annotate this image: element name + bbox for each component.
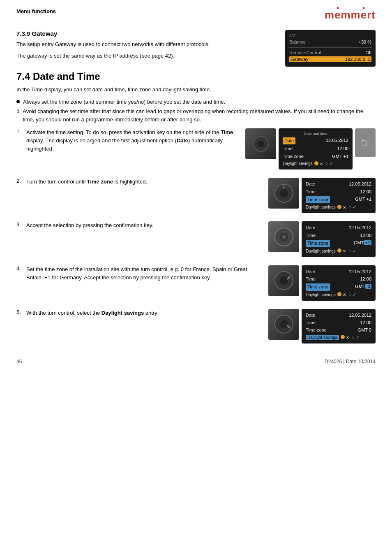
step-4-ds-label: Daylight savings (306, 292, 336, 297)
svg-point-1 (258, 141, 264, 147)
balance-label: Balance (289, 39, 306, 44)
step-3-ds-circle (337, 248, 341, 253)
step-4-text: Set the time zone of the installation si… (26, 265, 264, 282)
step-1-tz-label: Time zone (283, 153, 304, 160)
step-4-ds-icon: ✕ (337, 292, 346, 297)
step-3-ds-icon: ✕ (337, 248, 346, 253)
step-1: 1. Activate the time setting. To do so, … (16, 128, 376, 169)
step-5-row-tz: Time zone GMT 0 (306, 327, 371, 333)
step-1-row-ds: Daylight savings ✕ ○ ✓ (283, 161, 348, 166)
step-3-row-time: Time 12:00 (306, 232, 371, 239)
svg-point-7 (282, 235, 286, 239)
step-2-time-val: 12:00 (360, 189, 371, 195)
bullet-number-2: 1 (16, 107, 19, 116)
step-5-time-label: Time (306, 320, 316, 326)
step-2-time-label: Time (306, 189, 316, 195)
step-5-date-label: Date (306, 312, 315, 318)
step-4-tz-label: Time zone (306, 283, 330, 290)
step-1-device-img (245, 128, 276, 159)
footer-doc: D24026 | Date 10/2014 (325, 359, 376, 364)
gateway-para2: The gateway is set the same way as the I… (16, 52, 277, 60)
gateway-val: 192.168.5 .1 (345, 57, 370, 62)
step-4-row-tz: Time zone GMT 0 (306, 283, 371, 290)
step-3-time-label: Time (306, 232, 316, 239)
section-74-intro: In the Time display, you can set date an… (16, 86, 376, 94)
step-5-time-val: 12:00 (360, 320, 371, 326)
step-1-time-val: 12:00 (337, 146, 348, 152)
bullet-text-1: Always set the time zone (and summer tim… (23, 98, 225, 106)
remote-val: Off (366, 50, 371, 55)
step-3-image: Date 12.05.2012 Time 12:00 Time zone GMT… (268, 221, 376, 257)
step-3-knob-press (268, 221, 299, 252)
svg-point-3 (280, 189, 288, 197)
step-1-number: 1. (16, 128, 26, 135)
step-5-ds-icon: ✕ (341, 335, 349, 340)
step-4-display: Date 12.05.2012 Time 12:00 Time zone GMT… (302, 265, 376, 301)
step-4-time-val: 12:00 (360, 276, 371, 282)
step-2-date-val: 12.05.2012 (349, 181, 371, 187)
svg-point-9 (280, 276, 288, 285)
step-5-row-date: Date 12.05.2012 (306, 312, 371, 318)
section-74-heading: 7.4 Date and Time (16, 71, 376, 82)
step-4-knob (268, 265, 299, 296)
step-3-time-val: 12:00 (360, 232, 371, 239)
svg-point-12 (280, 320, 288, 328)
step-2-row-date: Date 12.05.2012 (306, 181, 371, 187)
step-5-image: Date 12.05.2012 Time 12:00 Time zone GMT… (268, 309, 376, 343)
step-2-date-label: Date (306, 181, 315, 187)
step-5-display: Date 12.05.2012 Time 12:00 Time zone GMT… (302, 309, 376, 343)
step-1-row-tz: Time zone GMT +1 (283, 153, 348, 160)
step-4-row-ds: Daylight savings ✕ ○ ✓ (306, 292, 371, 297)
bullet-circle-1 (16, 100, 20, 103)
step-1-display: Date and time Date 12.05.2012 Time 12:00… (279, 128, 353, 169)
step-2-row-tz: Time zone GMT +1 (306, 196, 371, 203)
step-3-date-val: 12.05.2012 (349, 225, 371, 231)
step-3-text: Accept the selection by pressing the con… (26, 221, 264, 230)
step-5-row-time: Time 12:00 (306, 320, 371, 326)
gateway-device-display: 2/2 Balance +30 % Remote Control Off Gat… (285, 30, 376, 67)
step-1-date-val: 12.05.2012 (326, 137, 348, 144)
remote-label: Remote Control (289, 50, 321, 55)
step-5-ds-circle (341, 335, 345, 339)
steps: 1. Activate the time setting. To do so, … (16, 128, 376, 343)
step-5-tz-val: GMT 0 (358, 327, 371, 333)
step-3-date-label: Date (306, 225, 315, 231)
step-4-time-label: Time (306, 276, 316, 282)
step-3-display: Date 12.05.2012 Time 12:00 Time zone GMT… (302, 221, 376, 257)
step-2-number: 2. (16, 178, 26, 184)
step-1-display-title: Date and time (283, 132, 348, 136)
step-1-image: Date and time Date 12.05.2012 Time 12:00… (245, 128, 376, 169)
device-page: 2/2 (289, 33, 371, 38)
ds-circle-icon (314, 161, 318, 165)
step-3-row-tz: Time zone GMT+1 (306, 240, 371, 247)
gateway-label: Gateway (291, 57, 308, 62)
header-bar: Menu functions memmert (16, 8, 376, 24)
step-5-date-val: 12.05.2012 (349, 312, 371, 318)
step-2-ds-circle (337, 205, 341, 209)
remote-row: Remote Control Off (289, 50, 371, 55)
step-3-tz-label: Time zone (306, 240, 330, 247)
step-3-tz-val: GMT+1 (354, 240, 371, 247)
step-1-time-label: Time (283, 146, 293, 152)
step-5-ds-label: Daylight savings (306, 335, 339, 340)
bullet-text-2: Avoid changing the set time after that s… (23, 107, 376, 123)
bullet-2: 1 Avoid changing the set time after that… (16, 107, 376, 123)
step-2-row-ds: Daylight savings ✕ ○ ✓ (306, 204, 371, 210)
step-4-ds-circle (337, 292, 341, 296)
step-5-tz-label: Time zone (306, 327, 327, 333)
footer: 46 D24026 | Date 10/2014 (16, 356, 376, 364)
step-2: 2. Turn the turn control until Time zone… (16, 178, 376, 213)
section-739: 7.3.9 Gateway The setup entry Gateway is… (16, 30, 376, 67)
gateway-para1: The setup entry Gateway is used to conne… (16, 40, 277, 49)
hand-icon-1: ☞ (355, 128, 376, 157)
step-5-knob (268, 309, 299, 340)
step-1-row-time: Time 12:00 (283, 146, 348, 152)
step-4-number: 4. (16, 265, 26, 272)
step-1-ds-icon: ✕ (314, 161, 323, 166)
step-5: 5. With the turn control, select the Day… (16, 309, 376, 343)
bullets: Always set the time zone (and summer tim… (16, 98, 376, 124)
step-4-image: Date 12.05.2012 Time 12:00 Time zone GMT… (268, 265, 376, 301)
step-3-row-date: Date 12.05.2012 (306, 225, 371, 231)
step-4-row-time: Time 12:00 (306, 276, 371, 282)
step-1-date-label: Date (283, 137, 295, 144)
